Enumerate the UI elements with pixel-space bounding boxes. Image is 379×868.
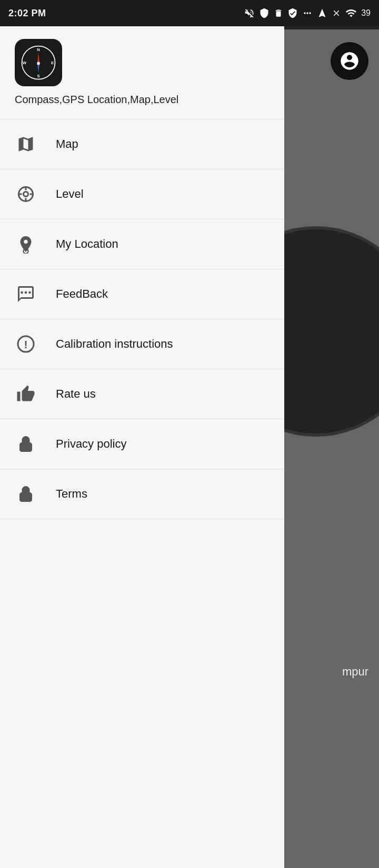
svg-marker-5	[37, 52, 39, 63]
status-time: 2:02 PM	[8, 8, 46, 19]
delete-icon	[274, 8, 283, 18]
feedback-icon	[15, 283, 37, 305]
menu-item-level[interactable]: Level	[0, 171, 284, 217]
compass-icon-svg: N S W E	[20, 44, 57, 81]
navigation-icon	[317, 8, 327, 18]
menu-item-calibration[interactable]: ! Calibration instructions	[0, 321, 284, 367]
location-text: mpur	[342, 665, 368, 679]
divider-7	[0, 469, 284, 469]
svg-text:W: W	[23, 60, 27, 65]
navigation-drawer: N S W E Compass,GPS Location,Map,Level	[0, 0, 284, 868]
avatar	[331, 42, 368, 80]
drawer-menu: Map Level	[0, 122, 284, 868]
app-name: Compass,GPS Location,Map,Level	[15, 93, 270, 106]
status-right-icons: 39	[244, 7, 371, 19]
menu-item-feedback[interactable]: FeedBack	[0, 271, 284, 317]
menu-label-feedback: FeedBack	[56, 287, 108, 301]
divider-8	[0, 519, 284, 519]
menu-label-privacy-policy: Privacy policy	[56, 437, 126, 451]
menu-label-level: Level	[56, 187, 84, 201]
app-icon: N S W E	[15, 39, 62, 86]
divider-5	[0, 369, 284, 369]
level-icon	[15, 183, 37, 205]
svg-point-23	[25, 497, 27, 498]
menu-item-map[interactable]: Map	[0, 122, 284, 167]
more-icon	[302, 8, 313, 18]
svg-text:N: N	[37, 47, 40, 52]
svg-point-15	[25, 291, 27, 294]
menu-item-privacy-policy[interactable]: Privacy policy	[0, 421, 284, 467]
menu-label-calibration: Calibration instructions	[56, 337, 173, 351]
svg-text:S: S	[37, 74, 39, 78]
terms-icon	[15, 483, 37, 505]
wifi-icon	[345, 7, 357, 19]
map-icon	[15, 133, 37, 155]
svg-text:!: !	[24, 338, 28, 350]
svg-text:E: E	[51, 60, 54, 65]
calibration-icon: !	[15, 333, 37, 355]
divider-6	[0, 419, 284, 419]
divider-3	[0, 269, 284, 269]
battery-level: 39	[361, 8, 371, 18]
divider-1	[0, 169, 284, 169]
rate-us-icon	[15, 383, 37, 405]
privacy-policy-icon	[15, 433, 37, 455]
svg-point-7	[37, 62, 40, 65]
divider-top	[0, 119, 284, 119]
shield2-icon	[287, 8, 298, 18]
svg-point-9	[24, 192, 28, 197]
drawer-header: N S W E Compass,GPS Location,Map,Level	[0, 26, 284, 117]
svg-point-16	[21, 291, 23, 294]
svg-point-21	[25, 447, 27, 448]
shield-icon	[259, 8, 270, 18]
mute-icon	[244, 8, 255, 18]
menu-label-terms: Terms	[56, 487, 87, 501]
menu-label-my-location: My Location	[56, 237, 118, 251]
status-bar: 2:02 PM	[0, 0, 379, 26]
menu-label-map: Map	[56, 137, 78, 151]
divider-2	[0, 219, 284, 219]
svg-point-17	[28, 291, 31, 294]
x-icon	[332, 8, 341, 18]
menu-item-terms[interactable]: Terms	[0, 471, 284, 517]
menu-item-my-location[interactable]: My Location	[0, 221, 284, 267]
menu-item-rate-us[interactable]: Rate us	[0, 371, 284, 417]
divider-4	[0, 319, 284, 319]
menu-label-rate-us: Rate us	[56, 387, 96, 401]
my-location-icon	[15, 233, 37, 255]
